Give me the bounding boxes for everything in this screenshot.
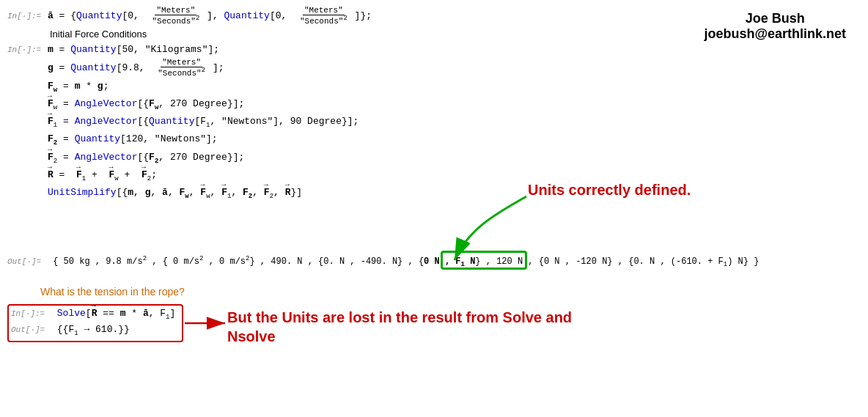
green-highlight-box: [441, 251, 527, 270]
code-line-1: In[·]:= ā = {Quantity[0, "Meters" "Secon…: [7, 6, 506, 26]
main-container: Joe Bush joebush@earthlink.net In[·]:= ā…: [0, 0, 868, 417]
code-g: g = Quantity[9.8, "Meters" "Seconds"2 ];: [48, 58, 224, 78]
solve-output: Out[·]= {{F1 → 610.}}: [11, 324, 130, 337]
tension-question: What is the tension in the rope?: [40, 286, 185, 298]
solve-output-content: {{F1 → 610.}}: [57, 324, 130, 335]
output-line-1: Out[·]= { 50 kg , 9.8 m/s2 , { 0 m/s2 , …: [7, 255, 854, 268]
code-line-fw: Fw = m * g;: [7, 79, 506, 95]
code-area: In[·]:= ā = {Quantity[0, "Meters" "Secon…: [7, 6, 506, 203]
code-r: R→ = F→1 + F→w + F→2;: [48, 168, 157, 184]
code-line-f2vec: F→2 = AngleVector[{F2, 270 Degree}];: [7, 150, 506, 166]
code-f1vec: F→1 = AngleVector[{Quantity[F1, "Newtons…: [48, 114, 358, 130]
solve-code: Solve[R→ == m * ā, F1]: [57, 308, 176, 319]
in-label-2: In[·]:=: [7, 44, 48, 56]
code-fvecw: F→w = AngleVector[{Fw, 270 Degree}];: [48, 97, 244, 113]
solve-line: In[·]:= Solve[R→ == m * ā, F1]: [11, 308, 175, 321]
code-line-r: R→ = F→1 + F→w + F→2;: [7, 168, 506, 184]
code-line-f1vec: F→1 = AngleVector[{Quantity[F1, "Newtons…: [7, 114, 506, 130]
code-m: m = Quantity[50, "Kilograms"];: [48, 43, 219, 57]
code-line-fvec-w: F→w = AngleVector[{Fw, 270 Degree}];: [7, 97, 506, 113]
author-block: Joe Bush joebush@earthlink.net: [704, 11, 846, 42]
units-correct-label: Units correctly defined.: [528, 182, 691, 199]
code-fw: Fw = m * g;: [48, 79, 108, 95]
output-content-1: { 50 kg , 9.8 m/s2 , { 0 m/s2 , 0 m/s2} …: [53, 257, 759, 267]
in-label-1: In[·]:=: [7, 10, 48, 23]
author-name: Joe Bush: [704, 11, 846, 26]
code-f2: F2 = Quantity[120, "Newtons"];: [48, 132, 218, 148]
code-line-f2: F2 = Quantity[120, "Newtons"];: [7, 132, 506, 148]
author-email: joebush@earthlink.net: [704, 26, 846, 42]
code-unit: UnitSimplify[{m, g, ā, Fw, F→w, F→1, F2,…: [48, 185, 302, 202]
section-label: Initial Force Conditions: [50, 29, 506, 40]
code-line-g: g = Quantity[9.8, "Meters" "Seconds"2 ];: [7, 58, 506, 78]
units-lost-text: But the Units are lost in the result fro…: [227, 308, 572, 346]
code-content-1: ā = {Quantity[0, "Meters" "Seconds"2 ], …: [48, 6, 372, 26]
units-lost-label: But the Units are lost in the result fro…: [227, 308, 572, 346]
code-line-m: In[·]:= m = Quantity[50, "Kilograms"];: [7, 43, 506, 57]
code-line-unit: UnitSimplify[{m, g, ā, Fw, F→w, F→1, F2,…: [7, 185, 506, 202]
